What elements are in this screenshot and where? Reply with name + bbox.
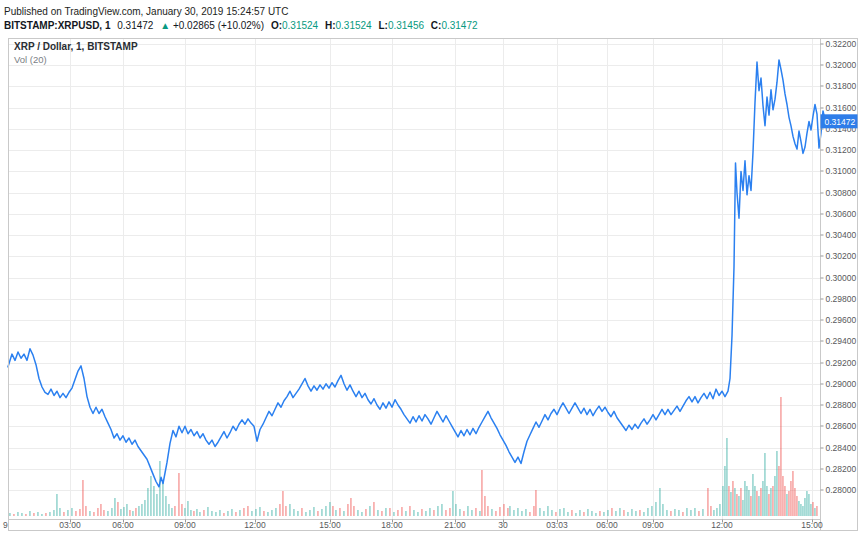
volume-bar [85, 506, 87, 516]
volume-bar [670, 511, 672, 516]
volume-bar [97, 508, 99, 516]
price-tick-label: 0.30400 [826, 230, 857, 240]
price-tick-label: 0.29000 [826, 379, 857, 389]
volume-bar [784, 486, 786, 516]
volume-bar [750, 496, 752, 516]
volume-bar [156, 494, 158, 516]
volume-bar [353, 506, 355, 516]
volume-bar [479, 511, 481, 516]
volume-bar [162, 481, 164, 516]
volume-bar [786, 494, 788, 516]
volume-bar [792, 471, 794, 516]
time-tick-label: 06:00 [112, 520, 134, 530]
volume-bar [651, 506, 653, 516]
volume-bar [615, 511, 617, 516]
volume-bar [285, 506, 287, 516]
volume-bar [814, 508, 816, 516]
volume-bar [764, 453, 766, 516]
volume-bar [756, 491, 758, 516]
volume-bar [49, 512, 51, 516]
volume-bar [662, 504, 664, 516]
volume-bar [309, 510, 311, 516]
volume-bar [82, 480, 84, 516]
price-tick-label: 0.30200 [826, 251, 857, 261]
volume-bar [758, 496, 760, 516]
volume-bar [433, 510, 435, 516]
volume-bar [736, 494, 738, 516]
volume-bar [231, 509, 233, 516]
volume-bar [114, 498, 116, 516]
volume-bar [267, 512, 269, 516]
volume-bar [235, 512, 237, 516]
price-tick-label: 0.32200 [826, 39, 857, 49]
volume-bar [289, 504, 291, 516]
volume-bar [724, 466, 726, 516]
volume-bar [135, 508, 137, 516]
volume-bar [730, 492, 732, 516]
volume-bar [199, 512, 201, 516]
volume-bar [413, 510, 415, 516]
volume-bar [449, 508, 451, 516]
price-tick-label: 0.31000 [826, 166, 857, 176]
volume-bar [517, 508, 519, 516]
volume-bar [126, 504, 128, 516]
volume-bar [713, 510, 715, 516]
volume-bar [623, 510, 625, 516]
volume-bar [417, 512, 419, 516]
price-tick-label: 0.28600 [826, 421, 857, 431]
volume-bar [53, 510, 55, 516]
volume-bar [551, 510, 553, 516]
volume-bar [239, 510, 241, 516]
volume-bar [760, 488, 762, 516]
volume-bar [373, 502, 375, 516]
volume-bar [29, 511, 31, 516]
volume-bar [174, 506, 176, 516]
volume-bar [389, 508, 391, 516]
volume-bar [107, 511, 109, 516]
volume-bar [484, 496, 486, 516]
volume-bar [138, 506, 140, 516]
volume-bar [445, 510, 447, 516]
volume-bar [525, 509, 527, 516]
volume-bar [123, 507, 125, 516]
volume-bar [159, 461, 161, 516]
volume-bar [207, 507, 209, 516]
volume-bar [71, 508, 73, 516]
volume-bar [165, 496, 167, 516]
volume-bar [499, 507, 501, 516]
volume-bar [635, 511, 637, 516]
volume-bar [487, 506, 489, 516]
time-tick-label: 03:00 [59, 520, 81, 530]
volume-bar [251, 511, 253, 516]
volume-bar [343, 511, 345, 516]
volume-bar [583, 512, 585, 516]
volume-bar [707, 488, 709, 516]
volume-bar [744, 481, 746, 516]
volume-bar [607, 510, 609, 516]
time-tick-label: 12:00 [244, 520, 266, 530]
volume-bar [475, 508, 477, 516]
volume-bar [263, 511, 265, 516]
price-tick-label: 0.31200 [826, 145, 857, 155]
volume-bar [716, 508, 718, 516]
volume-bar [437, 506, 439, 516]
volume-bar [255, 509, 257, 516]
volume-bar [726, 438, 728, 516]
volume-bar [698, 511, 700, 516]
volume-bar [325, 506, 327, 516]
volume-bar [694, 508, 696, 516]
volume-bar [788, 491, 790, 516]
volume-bar [740, 488, 742, 516]
volume-bar [806, 491, 808, 516]
volume-bar [533, 506, 535, 516]
volume-bar [647, 508, 649, 516]
price-tick-label: 0.28000 [826, 485, 857, 495]
volume-bar [659, 488, 661, 516]
volume-bar [75, 511, 77, 516]
volume-bar [168, 504, 170, 516]
volume-bar [171, 508, 173, 516]
volume-bar [579, 510, 581, 516]
volume-bar [79, 509, 81, 516]
volume-bar [507, 508, 509, 516]
volume-bar [790, 481, 792, 516]
